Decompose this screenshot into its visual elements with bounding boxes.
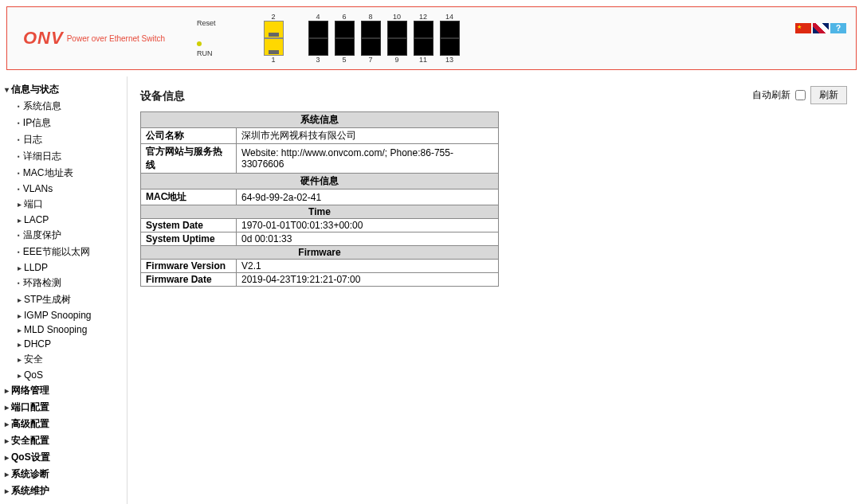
sidebar-item[interactable]: VLANs — [0, 182, 127, 196]
nav-section-adv-cfg[interactable]: 高级配置 — [0, 416, 127, 432]
port-number: 12 — [414, 13, 433, 21]
table-row: Firmware Version V2.1 — [141, 260, 499, 273]
auto-refresh-label: 自动刷新 — [752, 88, 790, 102]
mac-label: MAC地址 — [141, 189, 237, 205]
port-number: 1 — [264, 56, 284, 64]
company-label: 公司名称 — [141, 128, 237, 144]
website-label: 官方网站与服务热线 — [141, 144, 237, 174]
port-icon — [335, 38, 355, 56]
device-header: ONV Power over Ethernet Switch Reset RUN… — [6, 6, 857, 70]
section-header-sys: 系统信息 — [141, 112, 499, 128]
mac-value: 64-9d-99-2a-02-41 — [237, 189, 499, 205]
system-uptime-value: 0d 00:01:33 — [237, 232, 499, 246]
sidebar-item[interactable]: MLD Snooping — [0, 322, 127, 337]
reset-run-labels: Reset RUN — [197, 19, 216, 57]
nav-section-diag[interactable]: 系统诊断 — [0, 466, 127, 483]
port-number: 11 — [414, 56, 433, 64]
sidebar-item[interactable]: LLDP — [0, 260, 127, 275]
port-number: 6 — [335, 13, 355, 21]
sidebar-item[interactable]: 温度保护 — [0, 227, 127, 244]
nav-section-info-status[interactable]: 信息与状态 — [0, 81, 127, 98]
system-date-value: 1970-01-01T00:01:33+00:00 — [237, 219, 499, 232]
port-number: 8 — [361, 13, 381, 21]
port-number: 14 — [440, 13, 460, 21]
run-label: RUN — [197, 49, 216, 57]
sidebar-item[interactable]: 端口 — [0, 196, 127, 213]
port-icon — [335, 21, 355, 38]
main-content: 自动刷新 刷新 设备信息 系统信息 公司名称 深圳市光网视科技有限公司 官方网站… — [127, 76, 863, 504]
system-date-label: System Date — [141, 219, 237, 232]
section-header-time: Time — [141, 205, 499, 219]
sidebar-item[interactable]: DHCP — [0, 337, 127, 351]
port-number: 10 — [387, 13, 407, 21]
port-number: 3 — [308, 56, 328, 64]
section-header-fw: Firmware — [141, 246, 499, 260]
logo: ONV Power over Ethernet Switch — [23, 28, 165, 49]
sidebar-item[interactable]: 安全 — [0, 351, 127, 368]
port-icon — [414, 38, 433, 56]
port-number: 2 — [264, 13, 284, 21]
table-row: 官方网站与服务热线 Website: http://www.onvcom.com… — [141, 144, 499, 174]
port-icon — [387, 21, 407, 38]
sidebar-item[interactable]: MAC地址表 — [0, 165, 127, 182]
website-value: Website: http://www.onvcom.com/; Phone:8… — [237, 144, 499, 174]
sidebar-item[interactable]: IGMP Snooping — [0, 308, 127, 322]
port-number: 13 — [440, 56, 460, 64]
auto-refresh-checkbox[interactable] — [795, 90, 806, 100]
table-row: 公司名称 深圳市光网视科技有限公司 — [141, 128, 499, 144]
port-number: 7 — [361, 56, 381, 64]
port-icon — [414, 21, 433, 38]
port-number: 5 — [335, 56, 355, 64]
sidebar-item[interactable]: 详细日志 — [0, 148, 127, 165]
sidebar-item[interactable]: 系统信息 — [0, 98, 127, 115]
help-icon[interactable]: ? — [830, 23, 846, 33]
fw-version-value: V2.1 — [237, 260, 499, 273]
sidebar: 信息与状态 系统信息IP信息日志详细日志MAC地址表VLANs端口LACP温度保… — [0, 76, 127, 504]
language-flags: ? — [795, 23, 846, 33]
system-uptime-label: System Uptime — [141, 232, 237, 246]
table-row: System Uptime 0d 00:01:33 — [141, 232, 499, 246]
section-header-hw: 硬件信息 — [141, 174, 499, 189]
sidebar-item[interactable]: EEE节能以太网 — [0, 244, 127, 260]
fw-version-label: Firmware Version — [141, 260, 237, 273]
logo-brand: ONV — [23, 28, 64, 49]
flag-uk-icon[interactable] — [813, 23, 829, 33]
port-number: 9 — [387, 56, 407, 64]
sidebar-item[interactable]: 环路检测 — [0, 275, 127, 291]
port-icon — [361, 38, 381, 56]
company-value: 深圳市光网视科技有限公司 — [237, 128, 499, 144]
fw-date-value: 2019-04-23T19:21:21-07:00 — [237, 273, 499, 287]
page-title: 设备信息 — [140, 89, 850, 104]
nav-section-sec-cfg[interactable]: 安全配置 — [0, 432, 127, 449]
port-icon — [387, 38, 407, 56]
nav-section-qos-cfg[interactable]: QoS设置 — [0, 449, 127, 466]
device-info-table: 系统信息 公司名称 深圳市光网视科技有限公司 官方网站与服务热线 Website… — [140, 111, 499, 287]
sidebar-item[interactable]: STP生成树 — [0, 291, 127, 308]
nav-section-net-mgmt[interactable]: 网络管理 — [0, 382, 127, 399]
port-icon — [264, 21, 284, 38]
table-row: Firmware Date 2019-04-23T19:21:21-07:00 — [141, 273, 499, 287]
fw-date-label: Firmware Date — [141, 273, 237, 287]
table-row: MAC地址 64-9d-99-2a-02-41 — [141, 189, 499, 205]
port-icon — [361, 21, 381, 38]
port-icon — [308, 21, 328, 38]
sidebar-item[interactable]: IP信息 — [0, 115, 127, 131]
table-row: System Date 1970-01-01T00:01:33+00:00 — [141, 219, 499, 232]
port-number: 4 — [308, 13, 328, 21]
logo-tagline: Power over Ethernet Switch — [67, 34, 165, 43]
run-led-icon — [197, 41, 202, 46]
port-icon — [440, 21, 460, 38]
port-icon — [264, 38, 284, 56]
port-icon — [308, 38, 328, 56]
nav-section-maint[interactable]: 系统维护 — [0, 483, 127, 499]
sidebar-item[interactable]: LACP — [0, 213, 127, 227]
sidebar-item[interactable]: 日志 — [0, 131, 127, 148]
refresh-button[interactable]: 刷新 — [810, 86, 847, 104]
sidebar-item[interactable]: QoS — [0, 368, 127, 382]
nav-section-port-cfg[interactable]: 端口配置 — [0, 399, 127, 416]
flag-cn-icon[interactable] — [795, 23, 811, 33]
port-diagram: 2 4 6 8 10 12 14 — [264, 13, 460, 64]
port-icon — [440, 38, 460, 56]
reset-label: Reset — [197, 19, 216, 27]
